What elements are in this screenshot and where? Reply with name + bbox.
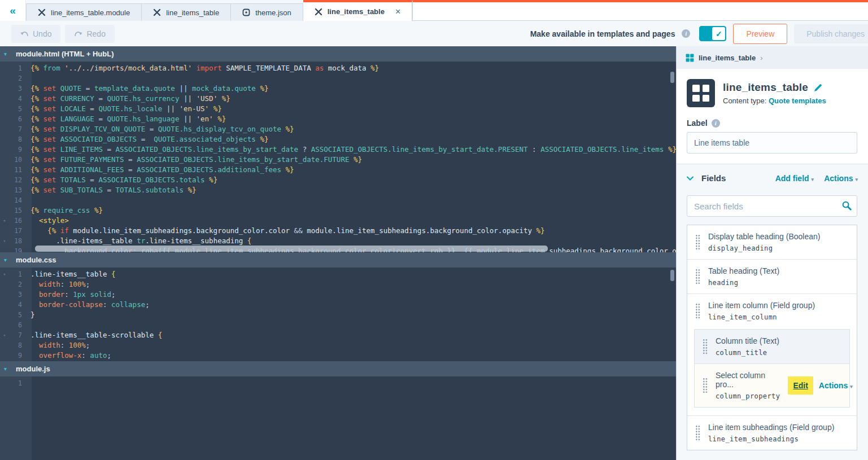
field-row-column-property[interactable]: Select column pro... column_property Edi… (695, 363, 849, 407)
field-title: Table heading (Text) (708, 266, 779, 275)
drag-handle-icon[interactable] (695, 425, 700, 441)
code-line: 4{% set CURRENCY = QUOTE.hs_currency || … (0, 94, 676, 104)
code-line: ▾16 <style> (0, 216, 676, 226)
fold-gutter (0, 195, 9, 205)
editor-toolbar: Undo Redo Make available in templates an… (0, 21, 868, 46)
caret-down-icon: ▾ (855, 177, 858, 182)
search-icon[interactable] (842, 201, 852, 211)
info-icon[interactable]: i (712, 119, 720, 128)
drag-handle-icon[interactable] (695, 269, 700, 284)
module-html-code-area[interactable]: 1{% from '../../imports/mock_data.html' … (0, 62, 676, 252)
code-line: 3{% set QUOTE = template_data.quote || m… (0, 84, 676, 94)
field-row-column-title[interactable]: Column title (Text) column_title (695, 330, 849, 363)
horizontal-scrollbar-thumb[interactable] (35, 246, 548, 252)
fold-gutter (0, 155, 9, 165)
tab-label: theme.json (255, 8, 291, 17)
code-editor: ▾ module.html (HTML + HubL) 1{% from '..… (0, 46, 676, 460)
module-css-pane-header[interactable]: ▾ module.css (0, 252, 676, 268)
search-fields-input[interactable] (687, 195, 857, 217)
collapse-pane-icon[interactable]: ▾ (4, 366, 7, 372)
redo-label: Redo (86, 29, 105, 38)
field-group-panel: Column title (Text) column_title Select … (694, 329, 850, 408)
field-title: Select column pro... (716, 371, 780, 389)
undo-button[interactable]: Undo (11, 25, 60, 43)
fields-title: Fields (701, 173, 726, 183)
field-row-line-item-subheadings[interactable]: Line item subheadings (Field group) line… (687, 415, 857, 450)
fold-marker-icon[interactable]: ▾ (0, 330, 9, 340)
vertical-scrollbar-thumb[interactable] (670, 72, 674, 83)
fold-gutter (0, 73, 9, 84)
field-list: Display table heading (Boolean) display_… (687, 225, 857, 450)
breadcrumb-item[interactable]: line_items_table (699, 54, 756, 62)
line-number: 3 (9, 290, 27, 300)
line-number-gutter (0, 376, 32, 460)
code-line: 5} (0, 310, 676, 320)
fold-marker-icon[interactable]: ▾ (0, 236, 9, 246)
publish-changes-button[interactable]: Publish changes (794, 24, 868, 43)
collapse-sidebar-button[interactable]: « (0, 0, 26, 21)
fold-marker-icon[interactable]: ▾ (0, 269, 9, 279)
fold-gutter (0, 320, 9, 330)
code-line: 13{% set SUB_TOTALS = TOTALS.subtotals %… (0, 185, 676, 195)
module-css-code-area[interactable]: ▾1.line-items__table {2 width: 100%;3 bo… (0, 268, 676, 361)
fold-gutter (0, 290, 9, 300)
tab-bar-filler (412, 0, 868, 20)
add-field-dropdown[interactable]: Add field▾ (775, 174, 814, 183)
fold-gutter (0, 279, 9, 290)
fold-gutter (0, 246, 9, 252)
code-line: 6 (0, 320, 676, 330)
drag-handle-icon[interactable] (695, 234, 700, 250)
field-actions-dropdown[interactable]: Actions▾ (819, 381, 853, 390)
fold-gutter (0, 134, 9, 144)
content-type-link[interactable]: Quote templates (769, 97, 826, 105)
tab-theme-json[interactable]: theme.json (231, 3, 303, 21)
module-grid-icon (686, 54, 694, 62)
close-tab-icon[interactable]: × (395, 7, 400, 17)
tab-line-items-table[interactable]: line_items_table (142, 3, 231, 21)
edit-pencil-icon[interactable] (814, 84, 822, 92)
field-row-heading[interactable]: Table heading (Text) heading (687, 259, 857, 293)
edit-field-link[interactable]: Edit (793, 381, 808, 390)
label-input[interactable] (687, 132, 857, 154)
tab-label: line_items_table.module (51, 8, 130, 17)
code-text (27, 378, 30, 388)
line-number: 9 (9, 144, 27, 155)
fold-gutter (0, 378, 9, 388)
code-text: {% set TOTALS = ASSOCIATED_OBJECTS.total… (27, 175, 217, 185)
module-js-code-area[interactable]: 1 (0, 376, 676, 460)
tab-line-items-table-active[interactable]: line_items_table × (303, 0, 413, 21)
code-text: .line-items__table-scrollable { (27, 330, 162, 340)
collapse-pane-icon[interactable]: ▾ (4, 257, 7, 263)
field-row-line-item-column[interactable]: Line item column (Field group) line_item… (687, 293, 857, 328)
module-html-pane-header[interactable]: ▾ module.html (HTML + HubL) (0, 46, 676, 62)
toggle-knob: ✓ (712, 27, 725, 40)
code-line: ▾1.line-items__table { (0, 269, 676, 279)
info-icon[interactable]: i (682, 29, 690, 38)
module-icon (687, 79, 715, 107)
redo-button[interactable]: Redo (65, 25, 114, 43)
code-line: 7{% set DISPLAY_TCV_ON_QUOTE = QUOTE.hs_… (0, 124, 676, 134)
code-text: <style> (27, 216, 69, 226)
field-name: column_property (716, 392, 780, 400)
fields-actions-dropdown[interactable]: Actions▾ (824, 174, 858, 183)
field-row-display-heading[interactable]: Display table heading (Boolean) display_… (687, 225, 857, 259)
code-text: border-collapse: collapse; (27, 300, 150, 310)
drag-handle-icon[interactable] (703, 339, 708, 354)
line-number: 10 (9, 155, 27, 165)
label-field-header: Label i (677, 113, 868, 132)
chevron-down-icon[interactable] (687, 176, 693, 181)
availability-toggle[interactable]: ✓ (699, 26, 726, 41)
module-js-pane-header[interactable]: ▾ module.js (0, 361, 676, 376)
code-text: } (27, 310, 35, 320)
code-text: border: 1px solid; (27, 290, 116, 300)
fold-marker-icon[interactable]: ▾ (0, 216, 9, 226)
preview-button[interactable]: Preview (733, 24, 787, 44)
fold-gutter (0, 104, 9, 114)
vertical-scrollbar-thumb[interactable] (670, 270, 674, 281)
drag-handle-icon[interactable] (695, 303, 700, 319)
inspector-sidebar: line_items_table › line_items_table Cont… (676, 46, 868, 460)
collapse-pane-icon[interactable]: ▾ (4, 51, 7, 57)
tab-line-items-table-module[interactable]: line_items_table.module (26, 3, 142, 21)
availability-label: Make available in templates and pages (530, 29, 675, 38)
drag-handle-icon[interactable] (703, 378, 708, 393)
